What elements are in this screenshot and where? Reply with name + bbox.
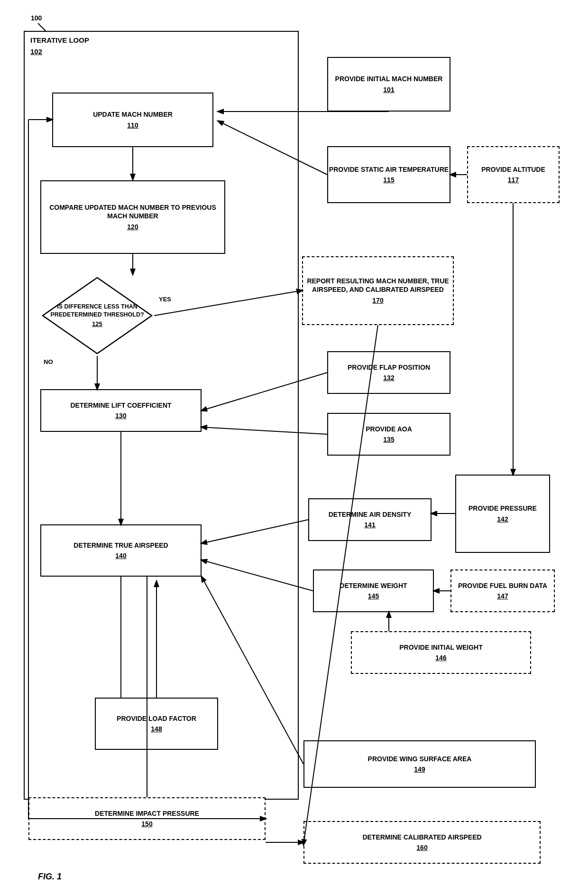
determine-impact-box: DETERMINE IMPACT PRESSURE 150 [28, 797, 266, 840]
provide-load-factor-box: PROVIDE LOAD FACTOR 148 [95, 698, 218, 750]
yes-label: YES [159, 296, 171, 303]
diagram-container: 100 ITERATIVE LOOP 102 UPDATE MACH NUMBE… [0, 0, 588, 896]
determine-air-density-box: DETERMINE AIR DENSITY 141 [308, 498, 432, 541]
provide-aoa-box: PROVIDE AOA 135 [327, 413, 450, 456]
provide-initial-weight-box: PROVIDE INITIAL WEIGHT 146 [351, 631, 531, 674]
provide-static-air-box: PROVIDE STATIC AIR TEMPERATURE 115 [327, 146, 450, 203]
ref-100-label: 100 [31, 14, 42, 22]
is-difference-diamond: IS DIFFERENCE LESS THAN PREDETERMINED TH… [40, 275, 135, 351]
provide-altitude-box: PROVIDE ALTITUDE 117 [467, 146, 560, 203]
provide-fuel-burn-box: PROVIDE FUEL BURN DATA 147 [450, 569, 555, 612]
determine-weight-box: DETERMINE WEIGHT 145 [313, 569, 434, 612]
report-mach-box: REPORT RESULTING MACH NUMBER, TRUE AIRSP… [302, 256, 454, 325]
no-label: NO [44, 358, 53, 365]
update-mach-box: UPDATE MACH NUMBER 110 [52, 93, 213, 147]
provide-initial-mach-box: PROVIDE INITIAL MACH NUMBER 101 [327, 57, 450, 112]
determine-lift-box: DETERMINE LIFT COEFFICIENT 130 [40, 389, 202, 432]
fig-label: FIG. 1 [38, 872, 62, 882]
provide-pressure-box: PROVIDE PRESSURE 142 [455, 475, 550, 553]
provide-flap-box: PROVIDE FLAP POSITION 132 [327, 351, 450, 394]
determine-calibrated-box: DETERMINE CALIBRATED AIRSPEED 160 [303, 821, 541, 864]
determine-true-airspeed-box: DETERMINE TRUE AIRSPEED 140 [40, 524, 202, 577]
compare-mach-box: COMPARE UPDATED MACH NUMBER TO PREVIOUS … [40, 180, 225, 254]
provide-wing-surface-box: PROVIDE WING SURFACE AREA 149 [303, 740, 536, 788]
